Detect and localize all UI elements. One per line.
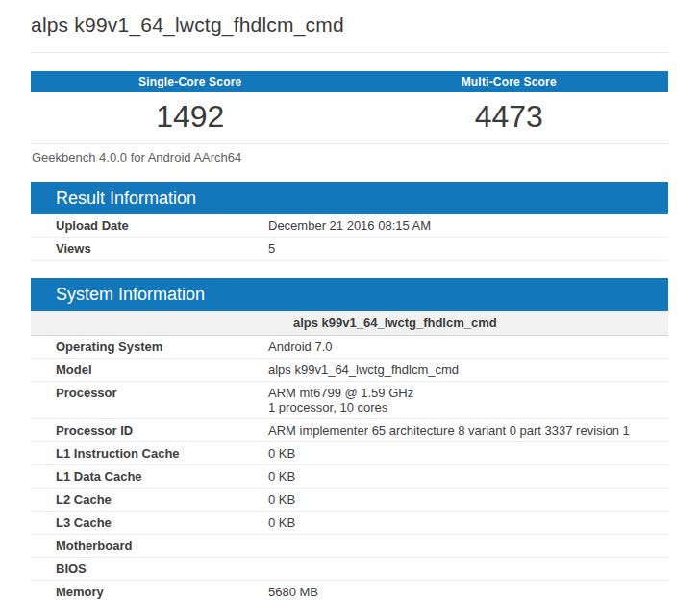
- table-row: Processor ID ARM implementer 65 architec…: [31, 419, 668, 442]
- row-value-line: ARM implementer 65 architecture 8 varian…: [268, 423, 668, 438]
- row-label: Motherboard: [31, 539, 268, 553]
- row-label: Views: [31, 241, 268, 256]
- row-label: L3 Cache: [31, 515, 268, 530]
- table-row: Operating System Android 7.0: [31, 336, 668, 359]
- table-row: BIOS: [31, 558, 668, 581]
- row-value-line: Android 7.0: [268, 339, 668, 354]
- result-information-heading: Result Information: [31, 182, 668, 214]
- table-row: L1 Data Cache 0 KB: [31, 465, 668, 489]
- table-row: L2 Cache 0 KB: [31, 489, 668, 512]
- row-value: [268, 562, 668, 576]
- result-information-section: Result Information Upload Date December …: [31, 182, 668, 261]
- table-row: L1 Instruction Cache 0 KB: [31, 442, 668, 465]
- row-value-line: 5: [268, 241, 668, 256]
- table-row: Model alps k99v1_64_lwctg_fhdlcm_cmd: [31, 359, 668, 382]
- row-value-line: alps k99v1_64_lwctg_fhdlcm_cmd: [268, 363, 668, 377]
- score-summary: Single-Core Score Multi-Core Score 1492 …: [31, 71, 668, 170]
- row-label: L2 Cache: [31, 492, 268, 507]
- multi-core-score-value: 4473: [350, 99, 669, 135]
- row-value-line: 0 KB: [268, 446, 668, 461]
- page-title: alps k99v1_64_lwctg_fhdlcm_cmd: [31, 13, 668, 37]
- row-value: December 21 2016 08:15 AM: [268, 218, 668, 233]
- benchmark-result-page: alps k99v1_64_lwctg_fhdlcm_cmd Single-Co…: [31, 0, 668, 602]
- row-label: Processor: [31, 386, 268, 414]
- row-label: Memory: [31, 585, 268, 599]
- row-value-line: ARM mt6799 @ 1.59 GHz: [268, 386, 668, 400]
- row-label: L1 Data Cache: [31, 469, 268, 484]
- table-row: Views 5: [31, 238, 668, 261]
- score-values-row: 1492 4473: [31, 92, 668, 144]
- row-value-line-2: 1 processor, 10 cores: [268, 400, 668, 414]
- row-value-line: 5680 MB: [268, 585, 668, 599]
- single-core-score-label: Single-Core Score: [31, 71, 350, 92]
- row-label: Model: [31, 363, 268, 377]
- row-value-line: December 21 2016 08:15 AM: [268, 218, 668, 233]
- row-label: BIOS: [31, 562, 268, 576]
- row-value: alps k99v1_64_lwctg_fhdlcm_cmd: [268, 363, 668, 377]
- table-row: L3 Cache 0 KB: [31, 512, 668, 535]
- row-value: 0 KB: [268, 515, 668, 530]
- row-value-line: 0 KB: [268, 469, 668, 484]
- row-label: Operating System: [31, 339, 268, 354]
- row-value-line: 0 KB: [268, 492, 668, 507]
- multi-core-score-label: Multi-Core Score: [350, 71, 669, 92]
- result-information-table: Upload Date December 21 2016 08:15 AM Vi…: [31, 214, 668, 261]
- row-label: Upload Date: [31, 218, 268, 233]
- row-value: 0 KB: [268, 446, 668, 461]
- system-information-heading: System Information: [31, 278, 668, 311]
- row-value: 0 KB: [268, 492, 668, 507]
- device-name-header: alps k99v1_64_lwctg_fhdlcm_cmd: [31, 311, 668, 336]
- table-row: Processor ARM mt6799 @ 1.59 GHz 1 proces…: [31, 382, 668, 419]
- row-value: [268, 539, 668, 553]
- row-value: ARM mt6799 @ 1.59 GHz 1 processor, 10 co…: [268, 386, 668, 414]
- row-value: 5680 MB: [268, 585, 668, 599]
- row-value: 5: [268, 241, 668, 256]
- table-row: Memory 5680 MB: [31, 581, 668, 602]
- score-header-bar: Single-Core Score Multi-Core Score: [31, 71, 668, 92]
- row-label: L1 Instruction Cache: [31, 446, 268, 461]
- page-header: alps k99v1_64_lwctg_fhdlcm_cmd: [31, 0, 668, 53]
- single-core-score-value: 1492: [31, 99, 350, 135]
- system-information-section: System Information alps k99v1_64_lwctg_f…: [31, 278, 668, 602]
- row-value: Android 7.0: [268, 339, 668, 354]
- row-value: 0 KB: [268, 469, 668, 484]
- system-information-table: Operating System Android 7.0 Model alps …: [31, 336, 668, 602]
- row-label: Processor ID: [31, 423, 268, 438]
- benchmark-version-caption: Geekbench 4.0.0 for Android AArch64: [31, 144, 668, 170]
- row-value: ARM implementer 65 architecture 8 varian…: [268, 423, 668, 438]
- table-row: Motherboard: [31, 535, 668, 558]
- row-value-line: 0 KB: [268, 515, 668, 530]
- table-row: Upload Date December 21 2016 08:15 AM: [31, 214, 668, 238]
